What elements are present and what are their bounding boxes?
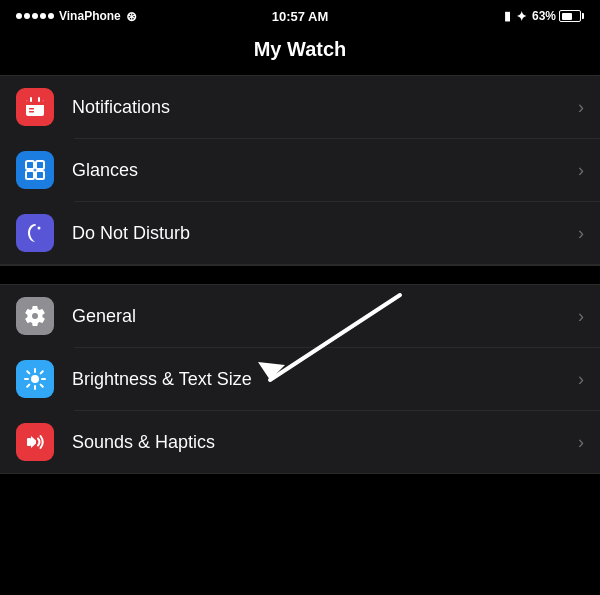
svg-rect-10 [36, 171, 44, 179]
signal-dot-4 [40, 13, 46, 19]
menu-item-general[interactable]: General › [0, 285, 600, 347]
signal-dot-2 [24, 13, 30, 19]
svg-point-12 [32, 313, 38, 319]
sounds-label: Sounds & Haptics [72, 432, 578, 453]
svg-rect-23 [27, 438, 31, 446]
general-icon-wrapper [16, 297, 54, 335]
glances-label: Glances [72, 160, 578, 181]
svg-rect-5 [29, 108, 34, 110]
lock-icon: ▮ [504, 9, 511, 23]
status-bar: VinaPhone ⊛ 10:57 AM ▮ ✦ 63% [0, 0, 600, 28]
status-time: 10:57 AM [272, 9, 329, 24]
svg-line-20 [41, 371, 43, 373]
svg-point-13 [31, 375, 39, 383]
page-title: My Watch [0, 28, 600, 75]
signal-dot-1 [16, 13, 22, 19]
glances-icon [23, 158, 47, 182]
brightness-label: Brightness & Text Size [72, 369, 578, 390]
status-right: ▮ ✦ 63% [504, 9, 584, 24]
divider-group1-bottom [0, 264, 600, 265]
dnd-icon-wrapper [16, 214, 54, 252]
notifications-label: Notifications [72, 97, 578, 118]
menu-group-2: General › Brightness & Text Size › [0, 284, 600, 474]
signal-dot-3 [32, 13, 38, 19]
svg-rect-6 [29, 111, 34, 113]
svg-rect-7 [26, 161, 34, 169]
glances-icon-wrapper [16, 151, 54, 189]
svg-rect-2 [26, 103, 44, 105]
brightness-chevron: › [578, 369, 584, 390]
divider-group2-bottom [0, 473, 600, 474]
battery-icon [559, 10, 584, 22]
carrier-label: VinaPhone [59, 9, 121, 23]
group-spacer [0, 266, 600, 284]
battery-container: 63% [532, 9, 584, 23]
sounds-chevron: › [578, 432, 584, 453]
svg-rect-9 [26, 171, 34, 179]
dnd-icon [23, 221, 47, 245]
svg-rect-3 [30, 97, 32, 102]
general-chevron: › [578, 306, 584, 327]
menu-item-brightness[interactable]: Brightness & Text Size › [0, 348, 600, 410]
dnd-label: Do Not Disturb [72, 223, 578, 244]
menu-item-dnd[interactable]: Do Not Disturb › [0, 202, 600, 264]
svg-point-11 [38, 227, 41, 230]
signal-dot-5 [48, 13, 54, 19]
svg-line-21 [27, 385, 29, 387]
wifi-icon: ⊛ [126, 9, 137, 24]
general-icon [23, 304, 47, 328]
notifications-chevron: › [578, 97, 584, 118]
brightness-icon [23, 367, 47, 391]
dnd-chevron: › [578, 223, 584, 244]
bluetooth-icon: ✦ [516, 9, 527, 24]
menu-item-sounds[interactable]: Sounds & Haptics › [0, 411, 600, 473]
menu-item-notifications[interactable]: Notifications › [0, 76, 600, 138]
brightness-icon-wrapper [16, 360, 54, 398]
sounds-icon-wrapper [16, 423, 54, 461]
battery-percent: 63% [532, 9, 556, 23]
status-left: VinaPhone ⊛ [16, 9, 137, 24]
svg-rect-8 [36, 161, 44, 169]
sounds-icon [23, 430, 47, 454]
notifications-icon-wrapper [16, 88, 54, 126]
svg-line-18 [27, 371, 29, 373]
menu-item-glances[interactable]: Glances › [0, 139, 600, 201]
signal-dots [16, 13, 54, 19]
notifications-icon [23, 95, 47, 119]
svg-rect-4 [38, 97, 40, 102]
glances-chevron: › [578, 160, 584, 181]
general-label: General [72, 306, 578, 327]
menu-group-1: Notifications › Glances › Do Not Disturb… [0, 75, 600, 266]
svg-line-19 [41, 385, 43, 387]
svg-marker-22 [31, 436, 36, 448]
